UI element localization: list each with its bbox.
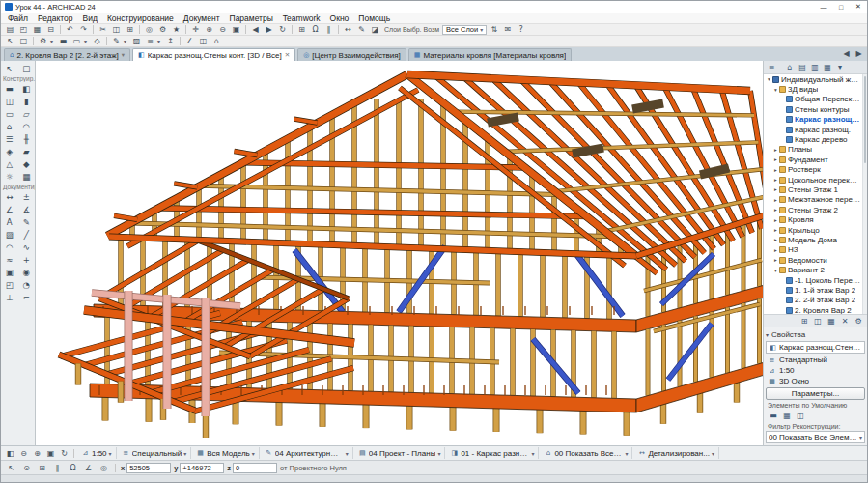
curtain-wall-tool-icon[interactable]: ▦ <box>18 170 36 183</box>
menu-item-teamwork[interactable]: Teamwork <box>278 13 325 23</box>
tab-dropdown-icon[interactable]: ▾ <box>122 51 125 59</box>
dropdown-caret-icon[interactable]: ▾ <box>50 38 56 44</box>
geometry-rect-icon[interactable]: ▭ <box>70 36 83 46</box>
fill-tool-icon[interactable]: ▨ <box>1 228 18 241</box>
polyline-tool-icon[interactable]: ∿ <box>18 241 36 253</box>
spline-tool-icon[interactable]: ≈ <box>1 253 18 266</box>
fit-in-window-icon[interactable]: ▣ <box>230 24 242 35</box>
grid-snap-icon[interactable]: ⊞ <box>36 463 48 473</box>
tree-view-floor2-var2[interactable]: 2. 2-й этаж Вар 2 <box>764 296 867 305</box>
tab-materials[interactable]: ▦Материалы кровля [Материалы кровля] <box>408 48 572 61</box>
menu-item-options[interactable]: Параметры <box>225 13 278 23</box>
quick-layers-icon[interactable]: ◧ <box>4 448 16 459</box>
new-project-icon[interactable]: ▤ <box>4 24 16 35</box>
default-profiles-icon[interactable]: ◫ <box>795 412 806 420</box>
zoom-out-icon[interactable]: ⊖ <box>216 24 229 35</box>
graphic-override-combo[interactable]: ◨01 - Каркас разно... <box>446 447 539 459</box>
pen-set-combo[interactable]: ✎04 Архитектурный ... <box>261 447 353 459</box>
origin-icon[interactable]: ⊙ <box>20 463 33 473</box>
coord-x-field-value[interactable]: 52505 <box>126 463 171 473</box>
tree-caret-icon[interactable]: ▸ <box>772 237 779 242</box>
window-tool-icon[interactable]: ◫ <box>1 95 18 107</box>
pan-icon[interactable]: ✛ <box>189 24 202 35</box>
default-settings-icon[interactable]: ⚙ <box>37 36 49 46</box>
fill-type-icon[interactable]: ▨ <box>130 36 143 46</box>
tree-folder-basement-floor[interactable]: ▸Цокольное перекрытие <box>764 175 867 185</box>
tree-caret-icon[interactable]: ▸ <box>772 156 779 162</box>
next-view-icon[interactable]: ▶ <box>263 24 275 35</box>
tree-root-project[interactable]: ▾Индивидуальный жилой дом в пт <box>764 74 867 84</box>
tree-caret-icon[interactable]: ▸ <box>772 207 779 213</box>
layer-combination-row[interactable]: ≡Стандартный <box>766 355 865 365</box>
3d-model-viewport[interactable] <box>36 61 763 445</box>
angle-dimension-tool-icon[interactable]: ∠ <box>1 203 18 215</box>
tree-caret-icon[interactable]: ▸ <box>772 147 779 153</box>
elevation-icon[interactable]: ↕ <box>164 36 177 46</box>
angle-icon[interactable]: ∠ <box>183 36 196 46</box>
arrow-tool-icon[interactable]: ↖ <box>1 62 18 74</box>
mesh-tool-icon[interactable]: △ <box>1 157 18 170</box>
publish-icon[interactable]: ⇅ <box>488 24 500 35</box>
close-button[interactable]: ✕ <box>850 1 867 13</box>
tree-folder-foundation[interactable]: ▸Фундамент <box>764 155 867 164</box>
zoom-in-icon[interactable]: ⊕ <box>203 24 215 35</box>
text-tool-icon[interactable]: A <box>1 215 18 228</box>
renovation-filter-combo[interactable]: ⌂00 Показать Все Э... <box>540 447 632 459</box>
zoom-out-icon[interactable]: ⊖ <box>17 448 30 459</box>
tree-folder-schedules[interactable]: ▸Ведомости <box>764 255 867 265</box>
minimize-button[interactable]: — <box>815 1 832 13</box>
tree-scrollbar[interactable] <box>862 74 867 314</box>
guide-lines-icon[interactable]: ∥ <box>322 24 335 35</box>
tab-close-icon[interactable]: ✕ <box>285 51 290 59</box>
tree-folder-3d-views[interactable]: ▾3Д виды <box>764 84 867 94</box>
tree-caret-icon[interactable]: ▾ <box>772 268 779 273</box>
layers-combo[interactable]: Все Слои <box>442 25 487 35</box>
tab-back-button[interactable]: ◀ <box>841 48 852 59</box>
elevation-tool-icon[interactable]: ⌐ <box>18 291 36 303</box>
grid-icon[interactable]: ⊞ <box>295 24 308 35</box>
menu-item-window[interactable]: Окно <box>325 13 354 23</box>
tree-folder-nz[interactable]: ▸НЗ <box>764 245 867 255</box>
default-composites-icon[interactable]: ▦ <box>781 412 793 420</box>
arrow-tool-icon[interactable]: ↖ <box>4 36 16 46</box>
clone-folder-icon[interactable]: ◫ <box>812 317 824 326</box>
marquee-tool-icon[interactable]: □ <box>17 36 30 46</box>
arc-tool-icon[interactable]: ◠ <box>1 241 18 253</box>
tree-caret-icon[interactable]: ▸ <box>772 167 779 173</box>
tree-folder-house-model[interactable]: ▸Модель Дома <box>764 235 867 244</box>
tab-forward-button[interactable]: ▶ <box>854 48 864 59</box>
settings-button[interactable]: Параметры... <box>766 387 865 400</box>
view-name-box[interactable]: ◧ Каркас разнощ.Стены конт. <box>766 341 865 354</box>
tree-folder-walls-floor2[interactable]: ▸Стены Этаж 2 <box>764 205 867 214</box>
tree-caret-icon[interactable]: ▸ <box>772 197 779 203</box>
navigator-settings-icon[interactable]: ⚙ <box>853 317 864 326</box>
tree-caret-icon[interactable]: ▸ <box>772 217 779 223</box>
renovation-filter-combo[interactable]: 00 Показать Все Элементы <box>766 431 865 443</box>
detail-tool-icon[interactable]: ◔ <box>18 278 36 291</box>
properties-header[interactable]: ▾ Свойства <box>766 329 865 340</box>
tree-caret-icon[interactable]: ▾ <box>766 76 772 82</box>
help-icon[interactable]: ? <box>515 24 527 35</box>
wall-reference-icon[interactable]: ▬ <box>57 36 70 46</box>
fit-in-window-icon[interactable]: ▣ <box>44 448 57 459</box>
tree-folder-interfloor[interactable]: ▸Межэтажное перекрытие <box>764 195 867 205</box>
snap-reference-icon[interactable]: ◎ <box>98 463 110 473</box>
tree-view-basement-var2[interactable]: -1. Цоколь Перекрытие Вар 2 <box>764 275 867 285</box>
find-select-icon[interactable]: ◎ <box>143 24 155 35</box>
hotspot-tool-icon[interactable]: + <box>18 253 36 266</box>
menu-item-help[interactable]: Помощь <box>353 13 395 23</box>
project-map-icon[interactable]: ⌂ <box>784 63 796 71</box>
coord-z-field-value[interactable]: 0 <box>233 463 277 473</box>
radial-dimension-tool-icon[interactable]: ∡ <box>18 203 36 215</box>
view-map-icon[interactable]: ▤ <box>797 63 808 71</box>
project-chooser-icon[interactable]: ≡ <box>766 63 777 71</box>
tree-caret-icon[interactable]: ▾ <box>772 87 779 93</box>
menu-item-edit[interactable]: Редактор <box>33 13 78 23</box>
marquee-tool-icon[interactable]: □ <box>18 62 36 74</box>
copy-icon[interactable]: ◫ <box>110 24 123 35</box>
beam-tool-icon[interactable]: ▭ <box>1 107 18 120</box>
scale-combo[interactable]: ⊿1:50 <box>77 447 117 459</box>
zoom-in-icon[interactable]: ⊕ <box>31 448 43 459</box>
element-settings-icon[interactable]: ⚙ <box>156 24 169 35</box>
figure-tool-icon[interactable]: ▣ <box>1 266 18 278</box>
